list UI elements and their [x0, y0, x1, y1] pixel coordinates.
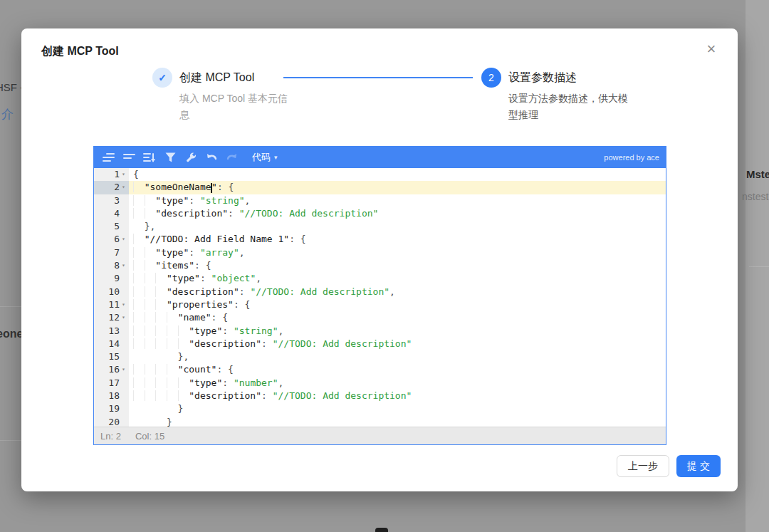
create-mcp-tool-dialog: 创建 MCP Tool × ✓ 创建 MCP Tool 填入 MCP Tool …	[21, 28, 738, 491]
fold-arrow-icon[interactable]: ▾	[120, 233, 127, 246]
format-icon[interactable]	[100, 150, 116, 165]
code-line[interactable]: "count": {	[129, 363, 666, 376]
code-line[interactable]: "type": "number",	[129, 377, 666, 390]
editor-body[interactable]: 1▾2▾3456▾78▾91011▾12▾13141516▾17181920 {…	[94, 168, 666, 427]
step1-check-circle: ✓	[152, 68, 172, 88]
code-line[interactable]: "items": {	[129, 259, 666, 272]
gutter-row: 17	[94, 377, 129, 390]
gutter-row: 13	[94, 325, 129, 338]
powered-by-ace-label: powered by ace	[604, 153, 659, 162]
wrench-icon[interactable]	[183, 150, 199, 165]
code-line[interactable]: }	[129, 402, 666, 415]
fold-arrow-icon[interactable]: ▾	[120, 298, 127, 311]
sort-lines-icon[interactable]	[142, 150, 157, 165]
code-line[interactable]: "description": "//TODO: Add description"	[129, 338, 666, 350]
backdrop-text-mstes: Mstes	[746, 168, 769, 180]
code-line[interactable]: "type": "object",	[129, 272, 666, 285]
gutter-row[interactable]: 12▾	[94, 311, 129, 324]
gutter-row: 20	[94, 416, 129, 427]
code-line[interactable]: {	[129, 168, 666, 181]
chevron-down-icon: ▾	[274, 154, 278, 161]
gutter: 1▾2▾3456▾78▾91011▾12▾13141516▾17181920	[94, 168, 129, 427]
code-line[interactable]: "//TODO: Add Field Name 1": {	[129, 233, 666, 246]
mode-dropdown-label: 代码	[252, 151, 271, 164]
editor-toolbar: 代码 ▾ powered by ace	[94, 147, 666, 168]
gutter-row: 19	[94, 402, 129, 415]
fold-arrow-icon[interactable]: ▾	[120, 259, 127, 272]
dialog-title: 创建 MCP Tool	[41, 44, 119, 59]
code-line[interactable]: "properties": {	[129, 298, 666, 311]
gutter-row: 4	[94, 207, 129, 220]
gutter-row: 18	[94, 390, 129, 402]
status-line: Ln: 2	[100, 431, 121, 442]
backdrop-text-eone: eone	[0, 328, 23, 340]
gutter-row[interactable]: 6▾	[94, 233, 129, 246]
gutter-row[interactable]: 11▾	[94, 298, 129, 311]
previous-step-button[interactable]: 上一步	[617, 455, 669, 477]
gutter-row[interactable]: 16▾	[94, 363, 129, 376]
backdrop-text-hsf: HSF -	[0, 81, 23, 93]
code-line[interactable]: "description": "//TODO: Add description"	[129, 207, 666, 220]
gutter-row[interactable]: 1▾	[94, 168, 129, 181]
gutter-row: 15	[94, 350, 129, 363]
gutter-row: 3	[94, 194, 129, 207]
gutter-row: 7	[94, 246, 129, 259]
gutter-row: 14	[94, 338, 129, 350]
fold-arrow-icon[interactable]: ▾	[120, 181, 127, 194]
close-icon[interactable]: ×	[701, 38, 722, 60]
code-line[interactable]: "type": "string",	[129, 325, 666, 338]
code-line[interactable]: }	[129, 416, 666, 427]
gutter-row: 10	[94, 286, 129, 298]
backdrop-divider	[0, 306, 21, 307]
step-connector-line	[283, 77, 473, 78]
step2-number: 2	[488, 72, 494, 83]
undo-icon[interactable]	[204, 150, 219, 165]
filter-icon[interactable]	[162, 150, 178, 165]
code-line[interactable]: "description": "//TODO: Add description"…	[129, 286, 666, 298]
gutter-row: 9	[94, 272, 129, 285]
code-line[interactable]: "type": "string",	[129, 194, 666, 207]
gutter-row[interactable]: 8▾	[94, 259, 129, 272]
gutter-row: 5	[94, 220, 129, 233]
fold-arrow-icon[interactable]: ▾	[120, 363, 127, 376]
backdrop-bottom-fragment	[375, 528, 388, 532]
gutter-row[interactable]: 2▾	[94, 181, 129, 194]
backdrop-divider	[749, 266, 769, 267]
backdrop-divider	[0, 440, 21, 441]
code-line[interactable]: "description": "//TODO: Add description"	[129, 390, 666, 402]
step2-description: 设置方法参数描述，供大模型推理	[508, 90, 631, 123]
code-line[interactable]: },	[129, 350, 666, 363]
editor-status-bar: Ln: 2 Col: 15	[94, 427, 666, 444]
step1-title: 创建 MCP Tool	[179, 71, 254, 85]
code-line[interactable]: "type": "array",	[129, 246, 666, 259]
status-col: Col: 15	[135, 431, 164, 442]
json-schema-editor: 代码 ▾ powered by ace 1▾2▾3456▾78▾91011▾12…	[93, 146, 666, 445]
redo-icon[interactable]	[224, 150, 240, 165]
code-line[interactable]: },	[129, 220, 666, 233]
submit-button[interactable]: 提交	[676, 455, 721, 477]
mode-dropdown[interactable]: 代码 ▾	[252, 151, 278, 164]
backdrop-text-nstest: nstest	[742, 191, 768, 202]
code-lines[interactable]: { "someOneName": { "type": "string", "de…	[129, 168, 666, 427]
code-line[interactable]: "name": {	[129, 311, 666, 324]
step2-number-circle: 2	[481, 68, 501, 88]
step1-description: 填入 MCP Tool 基本元信息	[179, 90, 295, 123]
fold-arrow-icon[interactable]: ▾	[120, 168, 127, 181]
step2-title: 设置参数描述	[508, 71, 577, 85]
code-line[interactable]: "someOneName": {	[129, 181, 666, 194]
backdrop-home-icon: 介	[1, 106, 14, 122]
check-icon: ✓	[158, 72, 167, 83]
fold-arrow-icon[interactable]: ▾	[120, 311, 127, 324]
align-icon[interactable]	[121, 150, 137, 165]
